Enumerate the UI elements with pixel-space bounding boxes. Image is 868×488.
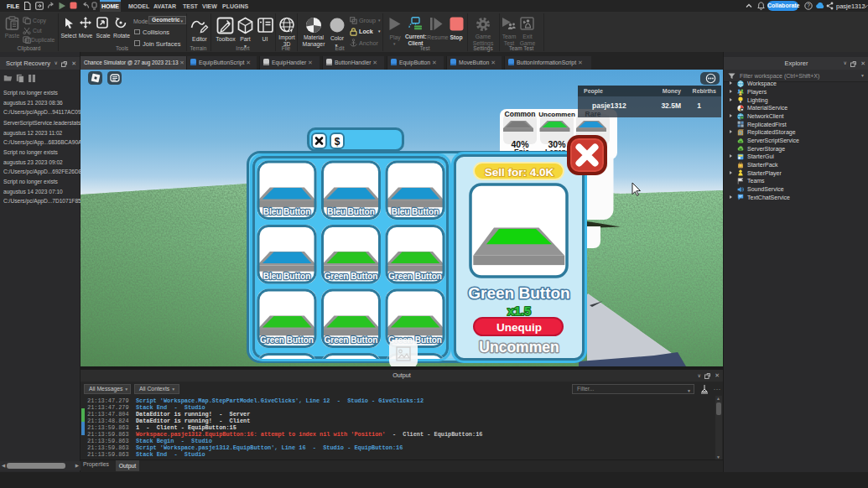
svg-text:x1.5: x1.5 <box>507 304 531 318</box>
svg-text:Green Button: Green Button <box>325 272 378 281</box>
svg-text:Sell for: 4.0K: Sell for: 4.0K <box>485 166 554 179</box>
svg-text:Green Button: Green Button <box>260 335 314 345</box>
svg-text:Bleu Button: Bleu Button <box>327 207 375 216</box>
svg-text:Bleu Button: Bleu Button <box>392 207 439 216</box>
svg-text:Green Button: Green Button <box>388 272 442 281</box>
svg-text:?: ? <box>807 3 810 8</box>
svg-text:Common: Common <box>505 110 536 118</box>
svg-text:Bleu Button: Bleu Button <box>263 272 311 281</box>
svg-text:Green Button: Green Button <box>468 284 569 302</box>
svg-text:Unequip: Unequip <box>496 321 542 334</box>
svg-text:Bleu Button: Bleu Button <box>263 207 311 216</box>
svg-text:$: $ <box>335 136 340 148</box>
svg-text:Green Button: Green Button <box>325 335 378 345</box>
svg-text:Uncommen: Uncommen <box>479 339 559 356</box>
svg-text:Uncommen: Uncommen <box>538 111 575 118</box>
